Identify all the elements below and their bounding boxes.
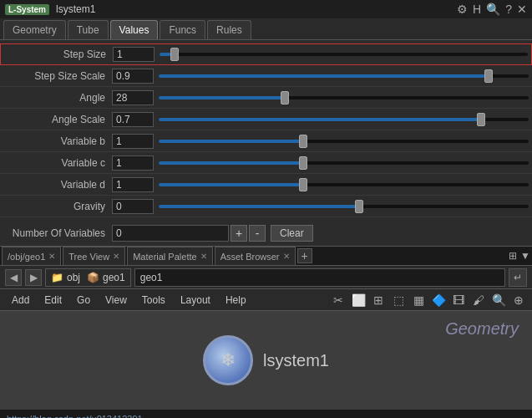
transform-icon[interactable]: ⬜: [350, 292, 367, 308]
layout-icon[interactable]: ▦: [410, 292, 427, 308]
path-bar: ◀ ▶ 📁 obj 📦 geo1 ↵: [0, 266, 532, 289]
slider-vard[interactable]: [159, 181, 529, 188]
help-icon[interactable]: ?: [505, 3, 512, 16]
menu-view[interactable]: View: [99, 293, 134, 308]
close-tab-assetbrowser-icon[interactable]: ✕: [283, 252, 290, 261]
tab-funcs[interactable]: Funcs: [160, 20, 205, 39]
slider-varc[interactable]: [159, 160, 529, 166]
bottom-tab-label-assetbrowser: Asset Browser: [220, 252, 280, 262]
nov-input[interactable]: [112, 225, 229, 242]
app-icon: L-System: [5, 4, 49, 15]
param-input-anglescale[interactable]: [112, 112, 154, 127]
gear-icon[interactable]: ⚙: [457, 3, 468, 16]
param-label-gravity: Gravity: [3, 201, 112, 212]
close-icon[interactable]: ✕: [517, 3, 527, 16]
menu-help[interactable]: Help: [219, 293, 253, 308]
param-input-varb[interactable]: [112, 134, 154, 149]
nov-row: Number Of Variables + - Clear: [0, 221, 532, 246]
select-icon[interactable]: ⬚: [390, 292, 407, 308]
lsystem-icon: ❄: [203, 335, 253, 385]
menu-tools[interactable]: Tools: [135, 293, 172, 308]
param-label-anglescale: Angle Scale: [3, 114, 112, 125]
param-row-angle: Angle: [0, 87, 532, 109]
search2-icon[interactable]: 🔍: [490, 292, 507, 308]
param-input-angle[interactable]: [112, 90, 154, 105]
tab-bar: Geometry Tube Values Funcs Rules: [0, 18, 532, 40]
lsystem-badge: ❄ lsystem1: [203, 335, 329, 385]
window-title: lsystem1: [56, 3, 95, 15]
viewport-geometry-label: Geometry: [445, 319, 519, 339]
param-label-vard: Variable d: [3, 179, 112, 191]
slider-varb[interactable]: [159, 138, 529, 145]
tab-tube[interactable]: Tube: [68, 20, 109, 39]
tab-values[interactable]: Values: [110, 20, 159, 39]
viewport: Geometry ❄ lsystem1: [0, 311, 532, 410]
values-panel: Step Size Step Size Scale Angle: [0, 40, 532, 221]
slider-angle[interactable]: [159, 94, 529, 101]
slider-gravity[interactable]: [159, 203, 529, 210]
paint-icon[interactable]: 🖌: [470, 292, 487, 308]
bottom-tab-obj-geo1[interactable]: /obj/geo1 ✕: [2, 247, 61, 265]
param-label-angle: Angle: [3, 92, 112, 104]
path-obj-label[interactable]: obj: [67, 272, 80, 283]
title-actions: ⚙ H 🔍 ? ✕: [457, 3, 527, 16]
path-obj-icon: 📁: [51, 272, 63, 283]
param-label-stepscale: Step Size Scale: [3, 70, 112, 82]
slider-stepscale[interactable]: [159, 73, 529, 79]
bottom-tab-assetbrowser[interactable]: Asset Browser ✕: [215, 247, 296, 265]
zoom-icon[interactable]: ⊕: [510, 292, 527, 308]
tab-chevron-icon[interactable]: ▼: [520, 250, 530, 262]
back-button[interactable]: ◀: [5, 269, 22, 286]
title-bar: L-System lsystem1 ⚙ H 🔍 ? ✕: [0, 0, 532, 18]
param-input-stepscale[interactable]: [112, 69, 154, 84]
param-input-varc[interactable]: [112, 155, 154, 171]
clear-button[interactable]: Clear: [271, 225, 313, 242]
path-extra-button[interactable]: ↵: [509, 268, 527, 287]
h-icon[interactable]: H: [473, 3, 481, 16]
param-row-vard: Variable d: [0, 174, 532, 196]
path-input[interactable]: [134, 268, 505, 287]
render-icon[interactable]: 🎞: [450, 292, 467, 308]
param-input-gravity[interactable]: [112, 199, 154, 214]
param-row-anglescale: Angle Scale: [0, 109, 532, 130]
param-label-varb: Variable b: [3, 135, 112, 147]
slider-anglescale[interactable]: [159, 116, 529, 123]
param-input-stepsize[interactable]: [113, 47, 155, 62]
bottom-tab-treeview[interactable]: Tree View ✕: [63, 247, 125, 265]
param-label-stepsize: Step Size: [4, 48, 113, 60]
snap-icon[interactable]: 🔷: [430, 292, 447, 308]
menu-edit[interactable]: Edit: [38, 293, 68, 308]
bottom-tab-material[interactable]: Material Palette ✕: [127, 247, 212, 265]
slider-stepsize[interactable]: [160, 51, 528, 58]
forward-button[interactable]: ▶: [25, 269, 42, 286]
bottom-tabs-bar: /obj/geo1 ✕ Tree View ✕ Material Palette…: [0, 246, 532, 266]
close-tab-material-icon[interactable]: ✕: [200, 252, 207, 261]
bottom-tab-right-actions: ⊞ ▼: [509, 250, 530, 262]
param-row-varb: Variable b: [0, 130, 532, 152]
tab-layout-icon[interactable]: ⊞: [509, 250, 517, 262]
nov-label: Number Of Variables: [3, 227, 112, 239]
search-icon[interactable]: 🔍: [486, 3, 500, 16]
nov-add-button[interactable]: +: [231, 225, 247, 242]
tab-rules[interactable]: Rules: [207, 20, 251, 39]
menu-layout[interactable]: Layout: [174, 293, 217, 308]
param-input-vard[interactable]: [112, 177, 154, 192]
path-geo-label[interactable]: geo1: [103, 272, 125, 283]
path-breadcrumb: 📁 obj 📦 geo1: [45, 268, 131, 287]
cut-icon[interactable]: ✂: [330, 292, 347, 308]
lsystem-snowflake-icon: ❄: [220, 349, 236, 371]
menu-go[interactable]: Go: [70, 293, 97, 308]
url-text: https://blog.csdn.net/u013412391: [7, 414, 143, 418]
param-row-varc: Variable c: [0, 152, 532, 174]
param-row-stepscale: Step Size Scale: [0, 65, 532, 87]
menu-add[interactable]: Add: [5, 293, 36, 308]
tab-geometry[interactable]: Geometry: [3, 20, 66, 39]
grid-icon[interactable]: ⊞: [370, 292, 387, 308]
add-tab-button[interactable]: +: [297, 248, 312, 263]
bottom-tab-label-obj-geo1: /obj/geo1: [8, 252, 45, 262]
bottom-tab-label-material: Material Palette: [133, 252, 196, 262]
nov-remove-button[interactable]: -: [249, 225, 266, 242]
bottom-tab-label-treeview: Tree View: [68, 252, 109, 262]
close-tab-obj-geo1-icon[interactable]: ✕: [48, 252, 55, 261]
close-tab-treeview-icon[interactable]: ✕: [113, 252, 119, 261]
